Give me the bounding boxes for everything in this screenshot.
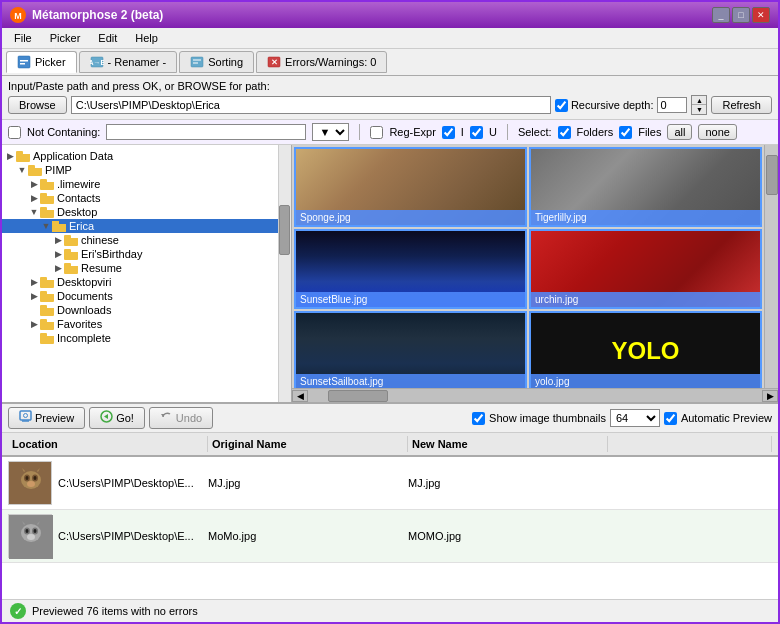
cell-extra-2: [602, 532, 778, 540]
table-body: C:\Users\PIMP\Desktop\E... MJ.jpg MJ.jpg: [2, 457, 778, 599]
tree-item[interactable]: ▶ Favorites: [2, 317, 291, 331]
table-row[interactable]: C:\Users\PIMP\Desktop\E... MJ.jpg MJ.jpg: [2, 457, 778, 510]
cell-original-1: MJ.jpg: [202, 473, 402, 493]
image-thumb-urchin[interactable]: urchin.jpg: [529, 229, 762, 309]
auto-preview-checkbox[interactable]: [664, 412, 677, 425]
tree-toggle[interactable]: ▼: [28, 206, 40, 218]
maximize-button[interactable]: □: [732, 7, 750, 23]
depth-down-button[interactable]: ▼: [692, 105, 706, 114]
regexpr-checkbox[interactable]: [370, 126, 383, 139]
tree-item-erica[interactable]: ▼ Erica: [2, 219, 291, 233]
files-checkbox[interactable]: [619, 126, 632, 139]
image-thumb-yolo[interactable]: YOLO yolo.jpg: [529, 311, 762, 388]
tree-toggle[interactable]: ▶: [52, 262, 64, 274]
path-input[interactable]: [71, 96, 551, 114]
tree-item[interactable]: Downloads: [2, 303, 291, 317]
tree-toggle[interactable]: ▶: [28, 178, 40, 190]
menu-picker[interactable]: Picker: [42, 30, 89, 46]
go-button[interactable]: Go!: [89, 407, 145, 429]
tree-scrollbar[interactable]: [278, 145, 291, 402]
svg-rect-3: [20, 60, 28, 62]
hscroll-left[interactable]: ◀: [292, 390, 308, 402]
tree-toggle[interactable]: ▶: [52, 234, 64, 246]
folders-label: Folders: [577, 126, 614, 138]
close-button[interactable]: ✕: [752, 7, 770, 23]
folder-icon: [40, 305, 54, 316]
show-thumbnails-checkbox[interactable]: [472, 412, 485, 425]
image-scroll-area: Sponge.jpg Tigerlilly.jpg SunsetBlue.jpg…: [292, 145, 778, 388]
tree-toggle[interactable]: [28, 304, 40, 316]
tree-item[interactable]: ▼ PIMP: [2, 163, 291, 177]
tree-toggle[interactable]: ▶: [28, 276, 40, 288]
hscroll-right[interactable]: ▶: [762, 390, 778, 402]
image-label: SunsetSailboat.jpg: [296, 374, 525, 388]
tree-item[interactable]: ▼ Desktop: [2, 205, 291, 219]
image-thumb-tigerlilly[interactable]: Tigerlilly.jpg: [529, 147, 762, 227]
folders-checkbox[interactable]: [558, 126, 571, 139]
undo-button[interactable]: Undo: [149, 407, 213, 429]
recursive-checkbox[interactable]: [555, 99, 568, 112]
cell-location-1: C:\Users\PIMP\Desktop\E...: [2, 457, 202, 509]
none-button[interactable]: none: [698, 124, 736, 140]
tree-toggle[interactable]: ▶: [28, 318, 40, 330]
tree-item[interactable]: ▶ Eri'sBirthday: [2, 247, 291, 261]
tree-item[interactable]: ▶ Resume: [2, 261, 291, 275]
tab-picker-label: Picker: [35, 56, 66, 68]
svg-rect-12: [20, 411, 31, 420]
tree-item[interactable]: ▶ chinese: [2, 233, 291, 247]
tree-toggle[interactable]: ▶: [4, 150, 16, 162]
all-button[interactable]: all: [667, 124, 692, 140]
depth-input[interactable]: [657, 97, 687, 113]
image-hscrollbar[interactable]: ◀ ▶: [292, 388, 778, 402]
tab-renamer[interactable]: A→B - Renamer -: [79, 51, 178, 73]
tree-item[interactable]: ▶ Application Data: [2, 149, 291, 163]
errors-tab-icon: ✕: [267, 55, 281, 69]
svg-text:✕: ✕: [271, 58, 278, 67]
menu-help[interactable]: Help: [127, 30, 166, 46]
not-containing-checkbox[interactable]: [8, 126, 21, 139]
tab-errors[interactable]: ✕ Errors/Warnings: 0: [256, 51, 387, 73]
tab-picker[interactable]: Picker: [6, 51, 77, 73]
tree-toggle[interactable]: ▶: [52, 248, 64, 260]
tab-sorting[interactable]: Sorting: [179, 51, 254, 73]
folder-icon: [40, 277, 54, 288]
image-thumb-sunsetblue[interactable]: SunsetBlue.jpg: [294, 229, 527, 309]
preview-button[interactable]: Preview: [8, 407, 85, 429]
menu-edit[interactable]: Edit: [90, 30, 125, 46]
tree-content: ▶ Application Data ▼ PIMP ▶ .limewire: [2, 145, 291, 402]
auto-preview-label: Automatic Preview: [681, 412, 772, 424]
toolbar-controls: Browse Recursive depth: ▲ ▼ Refresh: [8, 95, 772, 115]
folder-icon: [40, 179, 54, 190]
image-thumb-sailboat[interactable]: SunsetSailboat.jpg: [294, 311, 527, 388]
minimize-button[interactable]: _: [712, 7, 730, 23]
filter-dropdown[interactable]: ▼: [312, 123, 349, 141]
tree-item[interactable]: ▶ Contacts: [2, 191, 291, 205]
tree-item[interactable]: Incomplete: [2, 331, 291, 345]
tree-item-label: Favorites: [57, 318, 102, 330]
folder-icon: [16, 151, 30, 162]
tree-toggle[interactable]: ▶: [28, 290, 40, 302]
image-vscrollbar[interactable]: [764, 145, 778, 388]
refresh-button[interactable]: Refresh: [711, 96, 772, 114]
tree-item[interactable]: ▶ .limewire: [2, 177, 291, 191]
u-checkbox[interactable]: [470, 126, 483, 139]
menu-file[interactable]: File: [6, 30, 40, 46]
bottom-section: Preview Go! Undo: [2, 402, 778, 622]
folder-icon: [40, 207, 54, 218]
image-thumb-sponge[interactable]: Sponge.jpg: [294, 147, 527, 227]
tree-toggle[interactable]: [28, 332, 40, 344]
cell-original-2: MoMo.jpg: [202, 526, 402, 546]
depth-up-button[interactable]: ▲: [692, 96, 706, 105]
tree-toggle[interactable]: ▼: [16, 164, 28, 176]
browse-button[interactable]: Browse: [8, 96, 67, 114]
preview-label: Preview: [35, 412, 74, 424]
tree-item[interactable]: ▶ Documents: [2, 289, 291, 303]
i-checkbox[interactable]: [442, 126, 455, 139]
filter-input[interactable]: [106, 124, 306, 140]
thumb-size-select[interactable]: 64 32 128: [610, 409, 660, 427]
image-label: Sponge.jpg: [296, 210, 525, 225]
tree-toggle[interactable]: ▶: [28, 192, 40, 204]
tree-item[interactable]: ▶ Desktopviri: [2, 275, 291, 289]
table-row[interactable]: C:\Users\PIMP\Desktop\E... MoMo.jpg MOMO…: [2, 510, 778, 563]
tree-toggle[interactable]: ▼: [40, 220, 52, 232]
